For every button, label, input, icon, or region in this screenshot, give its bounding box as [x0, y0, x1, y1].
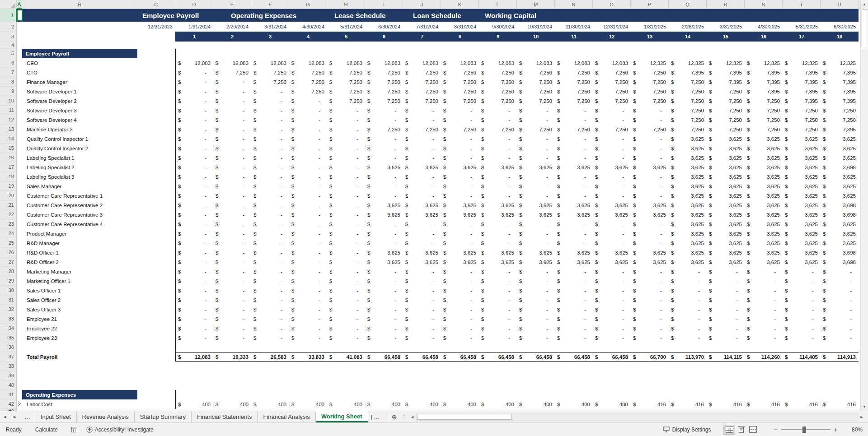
cell-J16[interactable]: $-	[403, 153, 441, 162]
cell-T15[interactable]: $3,625	[783, 144, 821, 153]
cell-L3[interactable]: 9	[479, 32, 517, 42]
row-header-9[interactable]: 9	[0, 87, 17, 96]
row-label-7[interactable]: CTO	[22, 68, 137, 77]
cell-E34[interactable]: $-	[213, 324, 251, 333]
cell-R13[interactable]: $7,250	[707, 125, 745, 134]
cell-T19[interactable]: $3,625	[783, 181, 821, 191]
cell-L14[interactable]: $-	[479, 134, 517, 144]
empty-cell[interactable]	[17, 125, 22, 134]
cell-D6[interactable]: $12,083	[175, 58, 213, 68]
cell-M28[interactable]: $-	[517, 267, 555, 276]
empty-cell[interactable]	[137, 96, 175, 106]
cell-G14[interactable]: $-	[289, 134, 327, 144]
cell-T10[interactable]: $7,395	[783, 96, 821, 106]
cell-P21[interactable]: $3,625	[631, 200, 669, 210]
cell-I35[interactable]: $-	[365, 333, 403, 343]
cell-I18[interactable]: $-	[365, 172, 403, 181]
cell-F7[interactable]: $7,250	[251, 68, 289, 77]
cell-M35[interactable]: $-	[517, 333, 555, 343]
cell-R6[interactable]: $12,325	[707, 58, 745, 68]
cell-Q15[interactable]: $3,625	[669, 144, 707, 153]
empty-cell[interactable]	[137, 106, 175, 115]
cell-M26[interactable]: $3,625	[517, 248, 555, 257]
cell-J26[interactable]: $3,625	[403, 248, 441, 257]
row-header-30[interactable]: 30	[0, 286, 17, 295]
cell-U15[interactable]: $3,625	[821, 144, 859, 153]
cell-H11[interactable]: $-	[327, 106, 365, 115]
cell-S26[interactable]: $3,625	[745, 248, 783, 257]
cell-F10[interactable]: $-	[251, 96, 289, 106]
row-header-28[interactable]: 28	[0, 267, 17, 276]
cell-N8[interactable]: $7,250	[555, 77, 593, 87]
cell-H13[interactable]: $-	[327, 125, 365, 134]
cell-F33[interactable]: $-	[251, 314, 289, 324]
cell-E42[interactable]: $400	[213, 399, 251, 409]
cell-H20[interactable]: $-	[327, 191, 365, 200]
empty-cell[interactable]	[137, 295, 175, 305]
cell-L17[interactable]: $3,625	[479, 162, 517, 172]
cell-O12[interactable]: $-	[593, 115, 631, 125]
cell-U2[interactable]: 6/30/2025	[821, 22, 859, 32]
cell-R3[interactable]: 15	[707, 32, 745, 42]
cell-S10[interactable]: $7,250	[745, 96, 783, 106]
cell-E26[interactable]: $-	[213, 248, 251, 257]
cell-J22[interactable]: $3,625	[403, 210, 441, 219]
cell-R21[interactable]: $3,625	[707, 200, 745, 210]
cell-L7[interactable]: $7,250	[479, 68, 517, 77]
zoom-out-button[interactable]: −	[770, 426, 781, 433]
cell-N18[interactable]: $-	[555, 172, 593, 181]
empty-cell[interactable]	[17, 181, 22, 191]
cell-U9[interactable]: $7,395	[821, 87, 859, 96]
cell-I42[interactable]: $400	[365, 399, 403, 409]
cell-J17[interactable]: $3,625	[403, 162, 441, 172]
cell-E12[interactable]: $-	[213, 115, 251, 125]
cell-P24[interactable]: $-	[631, 229, 669, 238]
cell-P30[interactable]: $-	[631, 286, 669, 295]
cell-R32[interactable]: $-	[707, 305, 745, 314]
empty-cell[interactable]	[17, 343, 22, 352]
cell-O35[interactable]: $-	[593, 333, 631, 343]
cell-L28[interactable]: $-	[479, 267, 517, 276]
cell-P18[interactable]: $-	[631, 172, 669, 181]
empty-cell[interactable]	[22, 32, 137, 42]
cell-H42[interactable]: $400	[327, 399, 365, 409]
row-header-25[interactable]: 25	[0, 238, 17, 248]
cell-P29[interactable]: $-	[631, 276, 669, 286]
cell-J10[interactable]: $7,250	[403, 96, 441, 106]
cell-F29[interactable]: $-	[251, 276, 289, 286]
cell-H15[interactable]: $-	[327, 144, 365, 153]
cell-M16[interactable]: $-	[517, 153, 555, 162]
cell-D18[interactable]: $-	[175, 172, 213, 181]
empty-cell[interactable]	[137, 49, 175, 58]
empty-cell[interactable]	[137, 286, 175, 295]
cell-K18[interactable]: $-	[441, 172, 479, 181]
cell-R15[interactable]: $3,625	[707, 144, 745, 153]
cell-C2[interactable]: 12/31/2023	[137, 22, 175, 32]
cell-R30[interactable]: $-	[707, 286, 745, 295]
cell-M31[interactable]: $-	[517, 295, 555, 305]
cell-F15[interactable]: $-	[251, 144, 289, 153]
cell-Q37[interactable]: $113,970	[669, 352, 707, 362]
cell-J32[interactable]: $-	[403, 305, 441, 314]
row-label-13[interactable]: Machine Operator 3	[22, 125, 137, 134]
cell-J30[interactable]: $-	[403, 286, 441, 295]
cell-D15[interactable]: $-	[175, 144, 213, 153]
cell-G13[interactable]: $-	[289, 125, 327, 134]
empty-cell[interactable]	[137, 257, 175, 267]
cell-G42[interactable]: $400	[289, 399, 327, 409]
row-header-19[interactable]: 19	[0, 181, 17, 191]
col-header-P[interactable]: P	[631, 0, 669, 9]
cell-F25[interactable]: $-	[251, 238, 289, 248]
cell-T22[interactable]: $3,625	[783, 210, 821, 219]
cell-J37[interactable]: $66,458	[403, 352, 441, 362]
col-header-R[interactable]: R	[707, 0, 745, 9]
cell-P10[interactable]: $7,250	[631, 96, 669, 106]
cell-F30[interactable]: $-	[251, 286, 289, 295]
cell-G28[interactable]: $-	[289, 267, 327, 276]
cell-R10[interactable]: $7,250	[707, 96, 745, 106]
cell-O24[interactable]: $-	[593, 229, 631, 238]
cell-L35[interactable]: $-	[479, 333, 517, 343]
cell-D23[interactable]: $-	[175, 219, 213, 229]
cell-G33[interactable]: $-	[289, 314, 327, 324]
cell-H6[interactable]: $12,083	[327, 58, 365, 68]
